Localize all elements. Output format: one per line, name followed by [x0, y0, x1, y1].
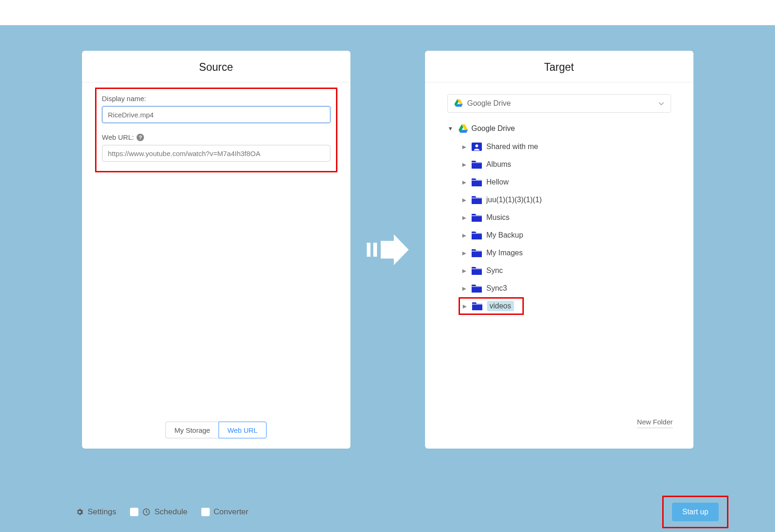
tree-root-label: Google Drive	[472, 124, 515, 133]
tree-row[interactable]: ▶Hellow	[461, 173, 671, 191]
svg-rect-17	[472, 269, 482, 269]
tree-row[interactable]: ▶Sync	[461, 262, 671, 280]
web-url-input[interactable]	[102, 145, 330, 162]
shared-with-me-icon	[472, 143, 482, 151]
folder-icon	[472, 196, 482, 204]
drive-selector-label: Google Drive	[467, 99, 511, 108]
expand-icon[interactable]: ▶	[461, 232, 467, 239]
folder-label: Musics	[487, 213, 510, 222]
expand-icon[interactable]: ▶	[461, 215, 467, 221]
my-storage-tab[interactable]: My Storage	[165, 422, 219, 438]
videos-folder-highlight: ▶videos	[459, 297, 524, 315]
expand-icon[interactable]: ▶	[461, 250, 467, 256]
chevron-down-icon	[658, 99, 664, 108]
drive-selector[interactable]: Google Drive	[447, 94, 671, 113]
folder-tree: ▼ Google Drive ▶Shared with me▶Albums▶He…	[425, 121, 693, 315]
folder-label: My Images	[487, 249, 523, 257]
svg-rect-1	[373, 243, 377, 257]
expand-icon[interactable]: ▶	[462, 303, 467, 309]
tree-row[interactable]: ▶My Backup	[461, 226, 671, 244]
target-panel: Target Google Drive ▼	[425, 51, 693, 449]
folder-label: Hellow	[487, 178, 509, 186]
folder-icon	[472, 249, 482, 257]
folder-icon	[472, 213, 482, 222]
svg-rect-7	[472, 180, 482, 181]
source-tabs: My Storage Web URL	[82, 422, 350, 438]
tree-row[interactable]: ▶My Images	[461, 244, 671, 262]
tree-row[interactable]: ▶videos	[462, 301, 514, 311]
google-drive-icon	[454, 99, 463, 108]
google-drive-icon	[459, 124, 467, 133]
svg-rect-20	[472, 305, 482, 310]
converter-toggle[interactable]: Converter	[201, 507, 248, 517]
folder-label: My Backup	[487, 231, 523, 239]
svg-point-3	[475, 144, 478, 147]
schedule-toggle[interactable]: Schedule	[130, 507, 187, 517]
tree-row[interactable]: ▶Shared with me	[461, 138, 671, 156]
expand-icon[interactable]: ▶	[461, 144, 467, 150]
help-icon[interactable]: ?	[137, 134, 144, 141]
svg-rect-6	[472, 181, 482, 186]
folder-icon	[472, 231, 482, 239]
tree-root[interactable]: ▼ Google Drive	[447, 121, 671, 136]
tree-row[interactable]: ▶Sync3	[461, 280, 671, 297]
web-url-tab[interactable]: Web URL	[219, 422, 267, 438]
target-title: Target	[425, 51, 693, 82]
transfer-arrow-gap	[350, 51, 425, 449]
schedule-label: Schedule	[154, 507, 187, 517]
folder-label: Shared with me	[487, 143, 538, 151]
source-panel: Source Display name: Web URL: ? My Stora…	[82, 51, 350, 449]
svg-rect-19	[472, 286, 482, 287]
svg-rect-18	[472, 287, 482, 293]
svg-rect-9	[472, 198, 482, 198]
svg-rect-5	[472, 163, 482, 163]
display-name-label: Display name:	[102, 95, 330, 102]
web-url-label: Web URL: ?	[102, 133, 330, 141]
expand-icon[interactable]: ▶	[461, 197, 467, 203]
svg-rect-0	[367, 243, 370, 257]
start-highlight: Start up	[662, 496, 728, 528]
svg-rect-10	[472, 216, 482, 222]
svg-rect-16	[472, 269, 482, 275]
folder-label: Sync	[487, 266, 503, 275]
clock-icon	[142, 508, 151, 516]
start-up-button[interactable]: Start up	[672, 503, 719, 521]
svg-rect-15	[472, 251, 482, 252]
gear-icon	[75, 508, 84, 516]
folder-icon	[472, 302, 482, 310]
converter-checkbox[interactable]	[201, 508, 210, 516]
folder-icon	[472, 266, 482, 275]
svg-rect-13	[472, 233, 482, 234]
svg-rect-11	[472, 216, 482, 216]
transfer-arrow-icon	[367, 234, 409, 265]
schedule-checkbox[interactable]	[130, 508, 138, 516]
expand-icon[interactable]: ▶	[461, 268, 467, 274]
svg-rect-4	[472, 163, 482, 169]
tree-row[interactable]: ▶Albums	[461, 156, 671, 173]
converter-label: Converter	[213, 507, 248, 517]
folder-icon	[472, 178, 482, 186]
expand-icon[interactable]: ▶	[461, 286, 467, 292]
source-form-highlight: Display name: Web URL: ?	[95, 88, 337, 172]
svg-rect-14	[472, 252, 482, 257]
folder-label: juu(1)(1)(3)(1)(1)	[487, 196, 542, 204]
folder-icon	[472, 284, 482, 293]
folder-label: Sync3	[487, 284, 507, 293]
folder-label: videos	[487, 301, 514, 311]
collapse-icon[interactable]: ▼	[447, 125, 454, 132]
folder-icon	[472, 160, 482, 169]
svg-rect-8	[472, 198, 482, 204]
folder-label: Albums	[487, 160, 511, 169]
bottom-bar: Settings Schedule Converter Start up	[75, 496, 728, 528]
web-url-label-text: Web URL:	[102, 133, 134, 141]
expand-icon[interactable]: ▶	[461, 179, 467, 185]
settings-label: Settings	[88, 507, 116, 517]
expand-icon[interactable]: ▶	[461, 162, 467, 168]
source-title: Source	[82, 51, 350, 82]
svg-rect-21	[472, 304, 482, 305]
display-name-input[interactable]	[102, 106, 330, 123]
new-folder-button[interactable]: New Folder	[637, 418, 673, 428]
settings-button[interactable]: Settings	[75, 507, 116, 517]
tree-row[interactable]: ▶juu(1)(1)(3)(1)(1)	[461, 191, 671, 209]
tree-row[interactable]: ▶Musics	[461, 209, 671, 226]
